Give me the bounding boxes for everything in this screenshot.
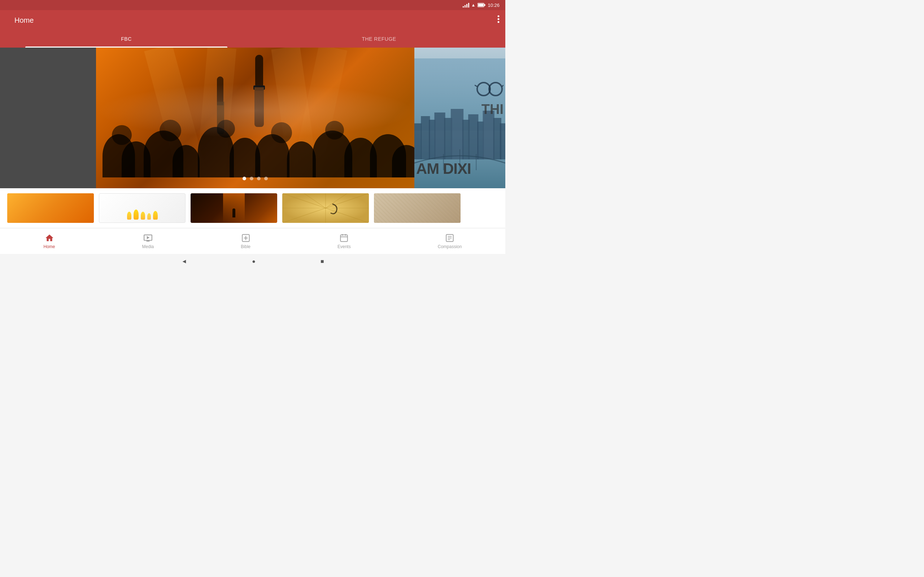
svg-line-25 <box>502 85 504 87</box>
app-title: Home <box>15 16 34 24</box>
carousel-right-panel: AM DIXI THI <box>414 48 505 188</box>
thumbnail-4[interactable] <box>282 193 369 223</box>
tab-the-refuge[interactable]: The Refuge <box>253 30 505 48</box>
thumbnail-5[interactable] <box>374 193 460 223</box>
time-display: 10:26 <box>488 3 499 8</box>
media-icon <box>143 233 153 243</box>
wifi-icon: ▲ <box>472 3 476 8</box>
carousel-indicator-1[interactable] <box>242 177 246 180</box>
nav-media-label: Media <box>142 244 154 249</box>
svg-point-3 <box>498 16 499 17</box>
android-home-button[interactable]: ● <box>252 258 255 265</box>
carousel-indicator-4[interactable] <box>264 177 268 180</box>
svg-point-4 <box>498 18 499 20</box>
status-bar: ▲ 10:26 <box>0 0 505 10</box>
signal-icon <box>463 3 469 8</box>
tab-bar: FBC The Refuge <box>0 30 505 48</box>
nav-media[interactable]: Media <box>135 230 162 252</box>
svg-point-22 <box>489 82 502 95</box>
nav-home[interactable]: Home <box>36 230 63 252</box>
compassion-icon <box>445 233 454 243</box>
app-bar: Home <box>0 10 505 30</box>
home-icon <box>45 233 54 243</box>
bottom-nav: Home Media Bible Events <box>0 228 505 254</box>
carousel-indicator-3[interactable] <box>257 177 261 180</box>
android-recent-button[interactable]: ■ <box>320 258 324 265</box>
svg-line-24 <box>475 85 477 87</box>
nav-compassion-label: Compassion <box>438 244 462 249</box>
gold-rays-pattern <box>282 193 369 223</box>
glasses-icon <box>475 80 504 98</box>
carousel-indicator-2[interactable] <box>250 177 254 180</box>
battery-icon <box>478 3 485 7</box>
nav-compassion[interactable]: Compassion <box>431 230 469 252</box>
nav-bible-label: Bible <box>241 244 250 249</box>
thumbnails-row <box>0 188 505 228</box>
nav-home-label: Home <box>44 244 55 249</box>
stage-haze <box>96 84 414 138</box>
thumbnail-2[interactable] <box>99 193 186 223</box>
svg-rect-1 <box>485 4 485 6</box>
svg-point-5 <box>498 21 499 23</box>
android-navigation-bar: ◄ ● ■ <box>0 254 505 269</box>
android-back-button[interactable]: ◄ <box>181 258 187 265</box>
carousel-left-panel <box>0 48 96 188</box>
thumbnail-3[interactable] <box>191 193 277 223</box>
svg-rect-40 <box>341 235 348 241</box>
carousel-indicators <box>242 177 268 180</box>
thi-partial-text: THI <box>481 102 504 117</box>
nav-bible[interactable]: Bible <box>234 230 258 252</box>
svg-point-21 <box>477 82 490 95</box>
more-options-button[interactable] <box>498 15 499 26</box>
bible-icon <box>241 233 250 243</box>
tab-fbc[interactable]: FBC <box>0 30 253 48</box>
thumbnail-1[interactable] <box>7 193 94 223</box>
events-icon <box>339 233 349 243</box>
nav-events[interactable]: Events <box>330 230 358 252</box>
nav-events-label: Events <box>338 244 351 249</box>
carousel-main-slide <box>96 48 414 188</box>
svg-rect-2 <box>478 4 484 6</box>
am-dixi-text: AM DIXI <box>416 160 471 177</box>
hero-carousel[interactable]: AM DIXI THI <box>0 48 505 188</box>
